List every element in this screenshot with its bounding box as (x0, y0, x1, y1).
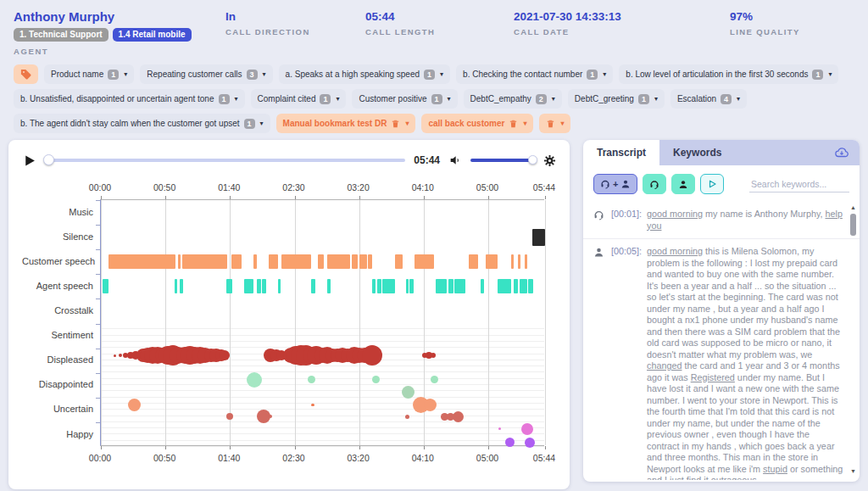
minor-gridline (101, 390, 544, 391)
chevron-down-icon: ▾ (552, 95, 555, 103)
tab-bar: Transcript Keywords (583, 140, 860, 165)
filter-both-speakers-button[interactable]: + (593, 174, 637, 194)
cloud-download-icon[interactable] (834, 145, 849, 164)
chip-count-badge: 3 (247, 70, 258, 80)
filter-customer-button[interactable] (671, 174, 695, 194)
scroll-up-arrow[interactable]: ▲ (850, 204, 856, 210)
tab-transcript[interactable]: Transcript (583, 140, 659, 165)
minor-gridline (101, 416, 544, 416)
filter-agent-button[interactable] (643, 174, 666, 194)
sentiment-bubble-displeased (114, 354, 116, 357)
agent-speech-segment (498, 279, 512, 293)
volume-icon[interactable] (448, 153, 462, 167)
bookmark-chip[interactable]: Manual bookmark test DR▾ (276, 114, 416, 133)
x-axis-label-top: 03:20 (348, 182, 370, 192)
chevron-down-icon: ▾ (336, 95, 339, 103)
search-keywords-input[interactable] (749, 176, 849, 192)
sentiment-bubble-displeased (119, 354, 122, 357)
tab-keywords[interactable]: Keywords (659, 140, 735, 165)
axis-tick (295, 446, 296, 449)
sentiment-bubble-uncertain (405, 415, 409, 419)
y-axis-tick (96, 373, 100, 374)
axis-tick (230, 446, 231, 449)
stat-call-date: 2021-07-30 14:33:13 CALL DATE (514, 9, 730, 56)
minor-gridline (101, 384, 544, 385)
seek-slider[interactable] (45, 159, 405, 162)
playback-duration: 05:44 (414, 154, 440, 166)
filter-chip[interactable]: Repeating customer calls3▾ (140, 64, 272, 84)
filter-chip[interactable]: b. Unsatisfied, disappointed or uncertai… (14, 89, 245, 109)
transcript-timestamp[interactable]: [00:01]: (611, 209, 642, 232)
y-axis-tick (96, 349, 100, 349)
play-transcript-button[interactable] (700, 174, 724, 194)
filter-chip[interactable]: Complaint cited1▾ (251, 89, 347, 109)
filter-chip[interactable]: b. The agent didn't stay calm when the c… (14, 114, 270, 133)
transcript-scrollbar[interactable]: ▲ ▼ (849, 203, 858, 477)
chip-count-badge: 1 (812, 70, 823, 80)
seek-slider-handle[interactable] (43, 154, 54, 165)
sentiment-bubble-uncertain (424, 399, 437, 411)
filter-chip[interactable]: DebtC_empathy2▾ (464, 89, 562, 109)
call-length-label: CALL LENGTH (365, 27, 514, 36)
transcript-phrase: my name is Anthony Murphy, (703, 209, 825, 219)
agent-speech-segment (528, 279, 533, 293)
agent-speech-segment (278, 279, 281, 293)
row-label-silence: Silence (22, 232, 93, 242)
axis-tick (545, 196, 546, 199)
x-axis-label-top: 04:10 (412, 182, 434, 192)
gridline (359, 200, 360, 445)
bookmark-chip[interactable]: ▾ (539, 114, 570, 133)
bookmark-chip[interactable]: call back customer▾ (421, 114, 533, 133)
agent-headset-icon (593, 209, 606, 232)
chip-count-badge: 1 (424, 70, 435, 80)
keyword-link[interactable]: Registered (691, 372, 735, 382)
axis-tick (165, 196, 166, 199)
axis-tick (101, 446, 102, 449)
sentiment-bubble-disappointed (247, 372, 262, 388)
customer-speech-segment (253, 254, 258, 269)
transcript-list: [00:01]:good morning my name is Anthony … (583, 202, 860, 480)
chevron-down-icon: ▾ (448, 95, 451, 103)
keyword-link[interactable]: stupid (763, 464, 787, 474)
filter-chip[interactable]: b. Low level of articulation in the firs… (619, 64, 838, 84)
chevron-down-icon: ▾ (124, 70, 127, 78)
transcript-entry[interactable]: [00:05]:good morning this is Milena Solo… (583, 239, 860, 480)
customer-speech-segment (178, 254, 181, 269)
filter-chip[interactable]: DebtC_greeting1▾ (568, 89, 665, 109)
filter-chip[interactable]: Product name1▾ (44, 64, 134, 84)
chevron-down-icon: ▾ (737, 95, 740, 103)
chip-label: DebtC_greeting (575, 94, 634, 103)
x-axis-label-bottom: 00:50 (153, 453, 175, 463)
call-direction-value: In (225, 10, 365, 23)
transcript-controls: + (583, 165, 860, 202)
tag-filter-icon[interactable] (14, 64, 38, 84)
player-settings-gear-icon[interactable] (543, 154, 556, 167)
person-icon (678, 179, 688, 190)
transcript-entry[interactable]: [00:01]:good morning my name is Anthony … (583, 202, 860, 239)
keyword-link[interactable]: outrageous (711, 475, 757, 480)
transcript-phrase: under my name. But I have lost it and I … (647, 372, 839, 474)
sentiment-bubble-happy (521, 423, 533, 435)
scrollbar-thumb[interactable] (850, 214, 856, 236)
minor-gridline (101, 378, 544, 379)
axis-tick (359, 196, 360, 199)
agent-speech-segment (382, 279, 395, 293)
play-button[interactable] (22, 153, 36, 168)
transcript-text: good morning this is Milena Solomon, my … (647, 246, 844, 480)
y-axis-tick (96, 398, 100, 399)
keyword-link[interactable]: good morning (647, 246, 703, 256)
transcript-timestamp[interactable]: [00:05]: (611, 246, 642, 480)
filter-chip[interactable]: Escalation4▾ (670, 89, 747, 109)
x-axis-label-bottom: 01:40 (218, 453, 240, 463)
volume-slider-handle[interactable] (528, 155, 537, 165)
volume-slider[interactable] (470, 159, 535, 162)
filter-chip[interactable]: b. Checking the contact number1▾ (456, 64, 613, 84)
timeline-plot-area[interactable] (100, 199, 544, 446)
scroll-down-arrow[interactable]: ▼ (850, 468, 856, 474)
filter-chip[interactable]: Customer positive1▾ (352, 89, 457, 109)
keyword-link[interactable]: good morning (647, 209, 703, 219)
filter-chip[interactable]: a. Speaks at a high speaking speed1▾ (279, 64, 450, 84)
keyword-link[interactable]: changed (647, 360, 682, 371)
gridline (165, 200, 166, 445)
stat-line-quality: 97% LINE QUALITY (730, 9, 800, 56)
